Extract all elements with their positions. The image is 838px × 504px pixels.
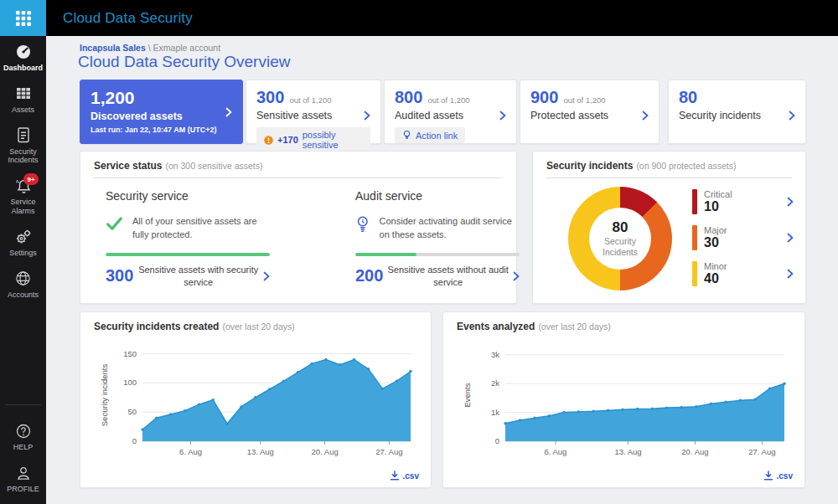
sidebar-item-service-alarms[interactable]: 9+ Service Alarms <box>0 170 46 221</box>
alarm-count-badge: 9+ <box>23 173 39 185</box>
breadcrumb-separator: \ <box>148 43 151 53</box>
audit-service-heading: Audit service <box>355 189 520 203</box>
chip-text: Action link <box>416 131 458 141</box>
donut-center: 80 Security Incidents <box>589 208 651 270</box>
sidebar-item-dashboard[interactable]: Dashboard <box>0 36 46 78</box>
chip-value: +170 <box>277 135 298 145</box>
sensitive-value: 300 <box>256 88 284 107</box>
apps-grid-icon <box>15 10 32 27</box>
main-content: Incapsula Sales \ Exmaple account Cloud … <box>46 36 838 504</box>
security-service-label: Sensitive assets with security service <box>133 264 263 289</box>
chevron-right-icon[interactable] <box>789 111 795 121</box>
service-status-header: Service status(on 300 sensitive assets) <box>94 160 503 172</box>
chevron-right-icon[interactable] <box>787 197 794 207</box>
chevron-right-icon[interactable] <box>225 107 232 117</box>
bulb-icon <box>402 130 411 141</box>
download-csv-button[interactable]: .csv <box>763 471 793 481</box>
svg-text:0: 0 <box>132 436 137 445</box>
security-incidents-header: Security incidents(on 900 protected asse… <box>546 160 792 172</box>
incidents-label: Security incidents <box>679 110 761 121</box>
audit-service-count: 200 <box>355 266 383 285</box>
svg-text:20. Aug: 20. Aug <box>681 447 708 456</box>
sidebar-item-label: Service Alarms <box>1 198 45 216</box>
security-service-count: 300 <box>106 266 133 285</box>
sidebar-item-label: Dashboard <box>1 64 45 73</box>
chevron-right-icon[interactable] <box>513 271 520 281</box>
security-service-message: All of your sensitive assets are fully p… <box>132 215 270 242</box>
incidents-value: 80 <box>679 88 697 107</box>
card-security-incidents[interactable]: 80 Security incidents <box>668 80 806 144</box>
breadcrumb-account-link[interactable]: Incapsula Sales <box>80 43 146 53</box>
audit-service-progress <box>355 253 520 256</box>
sensitive-label: Sensitive assets <box>256 110 332 121</box>
legend-row-critical: Critical 10 <box>692 189 797 214</box>
sidebar-footer: HELP PROFILE <box>0 404 46 499</box>
possibly-sensitive-chip[interactable]: +170 possibly sensitive <box>256 127 370 152</box>
incidents-donut-chart: 80 Security Incidents <box>568 187 672 291</box>
sidebar-item-label: HELP <box>1 443 45 452</box>
sidebar-item-help[interactable]: HELP <box>0 415 46 457</box>
events-chart-header: Events analyzed(over last 20 days) <box>457 321 791 332</box>
card-audited-assets[interactable]: 800 out of 1,200 Audited assets Action l… <box>384 80 517 144</box>
sensitive-suffix: out of 1,200 <box>289 95 331 105</box>
svg-text:27. Aug: 27. Aug <box>748 447 775 456</box>
sidebar-item-assets[interactable]: Assets <box>0 78 46 120</box>
download-icon <box>390 471 400 481</box>
card-discovered-assets[interactable]: 1,200 Discovered assets Last run: Jan 22… <box>80 80 243 144</box>
profile-icon <box>1 464 45 482</box>
events-chart-panel: Events analyzed(over last 20 days) 01k2k… <box>442 311 805 488</box>
chevron-right-icon[interactable] <box>787 233 794 243</box>
chevron-right-icon[interactable] <box>499 111 506 121</box>
security-service-column: Security service All of your sensitive a… <box>106 178 270 289</box>
discovered-last-run: Last run: Jan 22, 10:47 AM (UTC+2) <box>91 126 232 134</box>
apps-grid-button[interactable] <box>0 0 46 36</box>
chevron-right-icon[interactable] <box>263 271 270 281</box>
sidebar-item-label: Accounts <box>1 291 45 300</box>
svg-text:50: 50 <box>127 407 137 416</box>
app-title: Cloud Data Security <box>63 0 193 36</box>
legend-row-minor: Minor 40 <box>692 261 797 286</box>
grid-table-icon <box>1 85 45 103</box>
svg-text:2k: 2k <box>491 378 499 388</box>
sidebar: Dashboard Assets Security Incidents 9+ <box>0 36 46 504</box>
breadcrumb-current: Exmaple account <box>153 43 221 53</box>
download-icon <box>763 471 773 481</box>
chevron-right-icon[interactable] <box>787 269 794 279</box>
page-title: Cloud Data Security Overview <box>78 53 290 71</box>
incidents-legend: Critical 10 Major 30 Minor <box>692 189 797 297</box>
check-icon <box>106 215 123 232</box>
globe-icon <box>1 270 45 288</box>
security-incidents-panel: Security incidents(on 900 protected asse… <box>532 151 806 304</box>
sidebar-item-accounts[interactable]: Accounts <box>0 263 46 305</box>
svg-text:27. Aug: 27. Aug <box>375 447 402 456</box>
legend-row-major: Major 30 <box>692 225 797 250</box>
audited-suffix: out of 1,200 <box>427 95 469 105</box>
chevron-right-icon[interactable] <box>364 111 370 121</box>
audited-value: 800 <box>395 88 422 107</box>
gears-icon <box>1 228 45 246</box>
sidebar-item-label: Settings <box>1 249 45 258</box>
sidebar-divider <box>5 404 41 405</box>
card-protected-assets[interactable]: 900 out of 1,200 Protected assets <box>520 80 660 144</box>
help-icon <box>1 422 45 440</box>
audit-service-column: Audit service Consider activating audit … <box>355 178 520 289</box>
service-status-panel: Service status(on 300 sensitive assets) … <box>80 151 517 304</box>
sidebar-item-profile[interactable]: PROFILE <box>0 457 46 499</box>
sidebar-item-security-incidents[interactable]: Security Incidents <box>0 120 46 171</box>
svg-text:Security incidents: Security incidents <box>100 364 109 427</box>
sidebar-item-settings[interactable]: Settings <box>0 221 46 263</box>
audit-service-message: Consider activating audit service on the… <box>380 215 520 242</box>
chevron-right-icon[interactable] <box>642 111 649 121</box>
discovered-label: Discovered assets <box>91 111 232 122</box>
svg-text:6. Aug: 6. Aug <box>179 447 202 456</box>
svg-text:1k: 1k <box>491 408 499 417</box>
incidents-area-chart: 0501001506. Aug13. Aug20. Aug27. AugSecu… <box>94 341 417 466</box>
audited-label: Audited assets <box>395 110 463 121</box>
legend-color-critical <box>692 189 697 214</box>
action-link-chip[interactable]: Action link <box>395 127 465 143</box>
sidebar-item-label: Assets <box>1 105 45 115</box>
card-sensitive-assets[interactable]: 300 out of 1,200 Sensitive assets +170 p… <box>246 80 381 144</box>
audit-service-label: Sensitive assets without audit service <box>383 264 513 289</box>
download-csv-button[interactable]: .csv <box>390 471 419 481</box>
chip-text: possibly sensitive <box>303 130 363 150</box>
